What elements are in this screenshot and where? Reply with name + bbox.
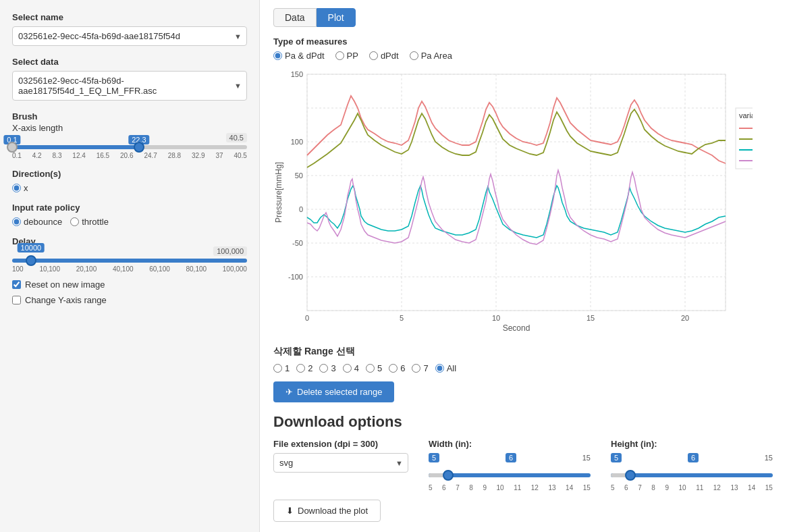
file-ext-dropdown[interactable]: svg png pdf jpeg [273,453,408,473]
measure-pa-area-radio[interactable] [410,51,418,60]
x-label-20: 20 [681,314,689,322]
select-name-dropdown[interactable]: 032561e2-9ecc-45fa-b69d-aae18175f54d [12,26,247,46]
x-axis-slider-ticks: 0.1 4.2 8.3 12.4 16.5 20.6 24.7 28.8 32.… [12,152,247,159]
type-of-measures-radios: Pa & dPdt PP dPdt Pa Area [273,51,778,61]
y-label-minus50: -50 [292,239,303,247]
brush-section: Brush X-axis length 40.5 0.1 22.3 [12,111,247,159]
y-label-100: 100 [291,138,303,146]
x-axis-length-label: X-axis length [12,123,247,133]
height-max-label: 15 [765,454,773,462]
debounce-radio[interactable] [12,217,21,226]
y-label-150: 150 [291,70,303,78]
x-axis-slider-container: 40.5 0.1 22.3 0.1 4.2 [12,145,247,159]
delay-thumb[interactable]: 10000 [26,255,36,266]
reset-on-new-image-checkbox[interactable] [12,280,21,289]
file-ext-group: File extension (dpi = 300) svg png pdf j… [273,439,408,473]
width-thumb[interactable] [443,470,454,481]
delay-max-label: 100,000 [213,246,247,256]
width-label: Width (in): [429,439,591,449]
slider-right-thumb[interactable] [134,142,144,153]
width-labels-row: 5 6 15 [429,453,591,462]
tab-data[interactable]: Data [273,8,317,27]
delete-range-button[interactable]: ✈ Delete selected range [273,381,394,402]
x-label-5: 5 [400,314,404,322]
range-selection-label: 삭제할 Range 선택 [273,346,778,358]
chart-wrapper: 150 100 50 0 -50 -100 0 5 10 15 20 Press… [273,68,778,338]
measure-pp[interactable]: PP [335,51,358,61]
width-max-label: 15 [582,454,591,462]
file-ext-wrapper: svg png pdf jpeg ▼ [273,453,408,473]
x-axis-title: Second [503,323,530,331]
measure-pa-dpdt[interactable]: Pa & dPdt [273,51,325,61]
x-axis-slider-track: 0.1 22.3 [12,145,247,149]
throttle-label: throttle [82,217,109,227]
range-5-radio[interactable] [366,364,375,373]
measure-dpdt[interactable]: dPdt [369,51,399,61]
type-of-measures-label: Type of measures [273,36,778,47]
range-7-radio[interactable] [412,364,420,373]
reset-on-new-image-checkbox-item[interactable]: Reset on new image [12,280,247,290]
measure-dpdt-label: dPdt [381,51,399,61]
height-min-label: 5 [611,453,622,462]
download-options-title: Download options [273,413,778,431]
range-3[interactable]: 3 [319,363,335,373]
select-data-dropdown[interactable]: 032561e2-9ecc-45fa-b69d-aae18175f54d_1_E… [12,71,247,101]
range-1[interactable]: 1 [273,363,290,373]
directions-x-label: x [24,183,28,193]
measure-pa-area[interactable]: Pa Area [410,51,452,61]
input-rate-policy-radio-group: debounce throttle [12,217,247,227]
debounce-option[interactable]: debounce [12,217,62,227]
range-all[interactable]: All [435,363,456,373]
y-label-50: 50 [295,171,303,180]
range-4[interactable]: 4 [343,363,359,373]
measure-pa-dpdt-radio[interactable] [273,51,282,60]
height-cur-label: 6 [688,453,699,462]
select-data-wrapper: 032561e2-9ecc-45fa-b69d-aae18175f54d_1_E… [12,71,247,101]
delay-slider-track: 10000 [12,259,247,263]
delay-slider-ticks: 100 10,100 20,100 40,100 60,100 80,100 1… [12,265,247,273]
measure-pp-radio[interactable] [335,51,344,60]
delay-slider-container: 100,000 10000 100 10,100 20,100 40,100 6… [12,259,247,273]
range-all-radio[interactable] [435,364,444,373]
x-label-0: 0 [305,314,309,322]
slider-left-thumb[interactable] [7,142,18,153]
select-name-label: Select name [12,12,247,22]
x-label-10: 10 [492,314,500,322]
change-y-axis-checkbox[interactable] [12,296,21,304]
delay-value: 10000 [18,243,45,252]
tab-plot[interactable]: Plot [317,8,356,27]
range-7[interactable]: 7 [412,363,428,373]
debounce-label: debounce [24,217,62,227]
throttle-option[interactable]: throttle [70,217,109,227]
height-label: Height (in): [611,439,773,449]
measure-dpdt-radio[interactable] [369,51,378,60]
delay-label: Delay [12,236,247,246]
directions-label: Direction(s) [12,169,247,179]
directions-x-option[interactable]: x [12,183,28,193]
height-ticks: 5 6 7 8 9 10 11 12 13 14 15 [611,484,773,491]
change-y-axis-label: Change Y-axis range [25,295,107,305]
range-4-radio[interactable] [343,364,352,373]
range-6[interactable]: 6 [389,363,405,373]
chart-bg [307,74,726,311]
send-icon: ✈ [285,387,293,397]
range-3-radio[interactable] [319,364,328,373]
range-2-radio[interactable] [296,364,305,373]
right-panel: Data Plot Type of measures Pa & dPdt PP … [260,0,791,532]
throttle-radio[interactable] [70,217,79,226]
range-6-radio[interactable] [389,364,398,373]
slider-fill [12,145,139,149]
tabs: Data Plot [273,8,778,27]
select-data-label: Select data [12,57,247,67]
directions-x-radio[interactable] [12,184,21,192]
height-thumb[interactable] [625,470,636,481]
range-1-radio[interactable] [273,364,282,373]
range-5[interactable]: 5 [366,363,382,373]
directions-radio-group: x [12,183,247,193]
left-panel: Select name 032561e2-9ecc-45fa-b69d-aae1… [0,0,260,532]
width-cur-label: 6 [506,453,516,462]
range-2[interactable]: 2 [296,363,312,373]
change-y-axis-checkbox-item[interactable]: Change Y-axis range [12,295,247,305]
y-label-0: 0 [299,205,303,213]
download-plot-button[interactable]: ⬇ Download the plot [273,500,381,522]
